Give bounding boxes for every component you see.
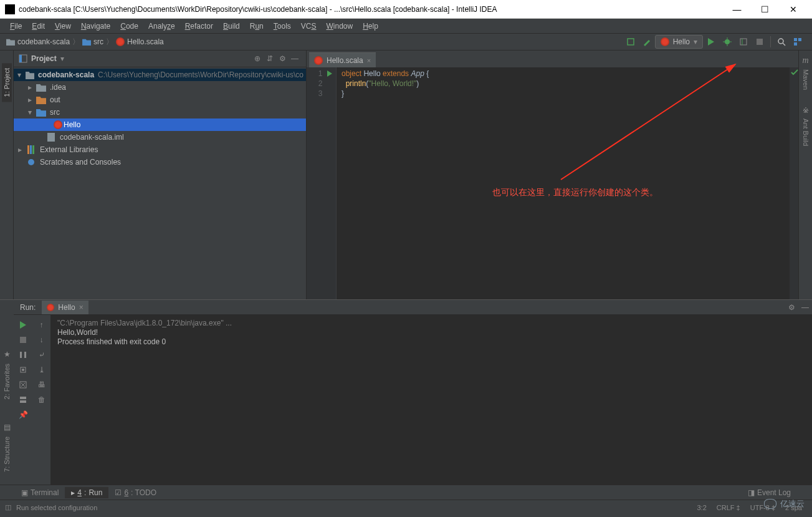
down-button[interactable]: ↓ (35, 333, 49, 347)
library-icon (26, 145, 36, 154)
tool-ant[interactable]: Ant Build (801, 115, 811, 150)
menu-vcs[interactable]: VCS (296, 21, 322, 32)
run-gutter-icon[interactable] (327, 70, 332, 77)
menu-help[interactable]: Help (358, 21, 383, 32)
dump-button[interactable] (16, 363, 30, 377)
menu-analyze[interactable]: Analyze (143, 21, 180, 32)
editor-tab[interactable]: Hello.scala × (309, 52, 376, 67)
svg-point-25 (22, 369, 24, 371)
tree-root[interactable]: ▾ codebank-scala C:\Users\Yucheng\Docume… (14, 69, 306, 81)
close-button[interactable]: ✕ (779, 0, 807, 19)
tree-external-libs[interactable]: ▸ External Libraries (14, 143, 306, 156)
tool-run[interactable]: ▸4: Run (65, 487, 108, 498)
panel-title[interactable]: Project (31, 54, 57, 63)
crumb-file[interactable]: Hello.scala (127, 37, 164, 46)
gear-icon[interactable]: ⚙ (276, 52, 289, 65)
main-area: 1: Project Project ▾ ⊕ ⇵ ⚙ — ▾ codebank-… (0, 51, 812, 299)
expand-arrow-icon[interactable]: ▸ (26, 95, 34, 104)
tool-structure[interactable]: 7: Structure (2, 432, 12, 477)
editor-body[interactable]: 1 2 3 object Hello extends App { println… (307, 67, 798, 299)
code-area[interactable]: object Hello extends App { println("Hell… (337, 67, 790, 299)
locate-icon[interactable]: ⊕ (251, 52, 264, 65)
run-config-selector[interactable]: Hello ▾ (655, 35, 703, 49)
status-encoding[interactable]: UTF-8 ‡ (745, 504, 780, 511)
menu-window[interactable]: Window (321, 21, 358, 32)
hammer-icon[interactable] (640, 35, 654, 49)
close-icon[interactable]: × (367, 57, 371, 64)
tree-iml[interactable]: codebank-scala.iml (14, 131, 306, 143)
tree-src[interactable]: ▾ src (14, 106, 306, 118)
tree-idea[interactable]: ▸ .idea (14, 81, 306, 94)
collapse-icon[interactable]: ⇵ (264, 52, 276, 65)
tool-terminal[interactable]: ▣Terminal (15, 487, 65, 498)
coverage-button[interactable] (737, 35, 750, 49)
expand-arrow-icon[interactable]: ▸ (26, 83, 34, 92)
crumb-project[interactable]: codebank-scala (17, 37, 70, 46)
expand-arrow-icon[interactable]: ▾ (16, 70, 23, 79)
tool-event-log[interactable]: ◨Event Log (742, 487, 797, 498)
status-indent[interactable]: 2 spa (780, 504, 807, 511)
layout-button[interactable] (16, 393, 30, 407)
soft-wrap-button[interactable]: ⤶ (35, 348, 49, 362)
structure-icon[interactable] (791, 35, 805, 49)
build-icon[interactable] (624, 35, 638, 49)
tree-hello[interactable]: Hello (14, 118, 306, 131)
print-button[interactable]: 🖶 (35, 378, 49, 392)
status-position[interactable]: 3:2 (692, 504, 712, 511)
ant-icon[interactable]: ※ (803, 106, 809, 115)
tree-out[interactable]: ▸ out (14, 94, 306, 106)
tool-windows-icon[interactable]: ◫ (5, 503, 11, 511)
project-tree[interactable]: ▾ codebank-scala C:\Users\Yucheng\Docume… (14, 67, 306, 299)
console-output[interactable]: "C:\Program Files\Java\jdk1.8.0_172\bin\… (51, 315, 812, 485)
up-button[interactable]: ↑ (35, 318, 49, 332)
rerun-button[interactable] (16, 318, 30, 332)
menu-tools[interactable]: Tools (269, 21, 296, 32)
right-tool-stripe: m Maven ※ Ant Build (798, 51, 812, 299)
chevron-down-icon[interactable]: ▾ (60, 54, 64, 63)
stop-button[interactable] (16, 333, 30, 347)
expand-arrow-icon[interactable]: ▸ (16, 145, 24, 154)
gear-icon[interactable]: ⚙ (785, 301, 798, 314)
folder-icon (36, 83, 46, 92)
run-tab[interactable]: Hello × (42, 301, 88, 314)
menu-view[interactable]: View (50, 21, 76, 32)
menu-code[interactable]: Code (115, 21, 143, 32)
run-button[interactable] (704, 35, 718, 49)
menu-edit[interactable]: Edit (27, 21, 50, 32)
menu-build[interactable]: Build (218, 21, 245, 32)
structure-icon[interactable]: ▤ (4, 423, 11, 432)
hide-icon[interactable]: — (289, 52, 301, 65)
tool-maven[interactable]: Maven (801, 65, 811, 94)
tool-todo[interactable]: ☑6: TODO (108, 487, 163, 498)
maven-icon[interactable]: m (802, 56, 808, 65)
close-icon[interactable]: × (79, 303, 84, 312)
crumb-src[interactable]: src (93, 37, 103, 46)
status-line-separator[interactable]: CRLF ‡ (712, 504, 745, 511)
minimize-button[interactable]: — (723, 0, 751, 19)
tree-path: C:\Users\Yucheng\Documents\WorkDir\Repos… (98, 70, 303, 79)
maximize-button[interactable]: ☐ (751, 0, 779, 19)
folder-icon (36, 95, 46, 104)
menu-refactor[interactable]: Refactor (180, 21, 218, 32)
run-icon: ▸ (71, 488, 75, 497)
menu-run[interactable]: Run (245, 21, 269, 32)
stop-button[interactable] (753, 35, 767, 49)
hide-icon[interactable]: — (798, 301, 812, 314)
tool-project[interactable]: 1: Project (2, 63, 12, 102)
svg-rect-16 (27, 145, 29, 154)
expand-arrow-icon[interactable]: ▾ (26, 108, 34, 117)
run-toolbar-primary: 📌 (14, 315, 32, 485)
tool-favorites[interactable]: 2: Favorites (2, 359, 12, 404)
tree-scratches[interactable]: Scratches and Consoles (14, 156, 306, 168)
scala-icon (116, 37, 125, 46)
favorites-star-icon[interactable]: ★ (4, 350, 11, 359)
menu-file[interactable]: File (5, 21, 27, 32)
pause-button[interactable] (16, 348, 30, 362)
debug-button[interactable] (720, 35, 734, 49)
pin-button[interactable]: 📌 (16, 408, 30, 422)
menu-navigate[interactable]: Navigate (76, 21, 115, 32)
search-icon[interactable] (775, 35, 788, 49)
exit-button[interactable] (16, 378, 30, 392)
scroll-end-button[interactable]: ⤓ (35, 363, 49, 377)
clear-button[interactable]: 🗑 (35, 393, 49, 407)
